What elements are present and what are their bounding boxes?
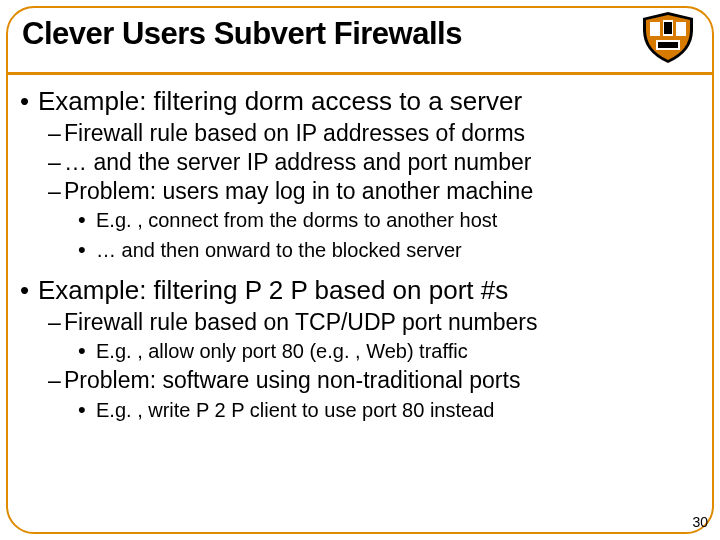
dot-icon: •: [78, 205, 96, 235]
bullet-level2: –Firewall rule based on TCP/UDP port num…: [48, 308, 700, 337]
bullet-text: … and the server IP address and port num…: [64, 149, 532, 175]
dash-icon: –: [48, 177, 64, 206]
bullet-level2: –Problem: software using non-traditional…: [48, 366, 700, 395]
bullet-text: E.g. , connect from the dorms to another…: [96, 209, 497, 231]
bullet-text: E.g. , write P 2 P client to use port 80…: [96, 399, 494, 421]
bullet-text: Problem: software using non-traditional …: [64, 367, 520, 393]
bullet-text: Example: filtering dorm access to a serv…: [38, 86, 522, 116]
dash-icon: –: [48, 308, 64, 337]
dot-icon: •: [78, 235, 96, 265]
bullet-text: Example: filtering P 2 P based on port #…: [38, 275, 508, 305]
bullet-text: … and then onward to the blocked server: [96, 239, 462, 261]
dot-icon: •: [78, 395, 96, 425]
bullet-level1: •Example: filtering dorm access to a ser…: [20, 86, 700, 117]
title-underline: [8, 72, 712, 75]
university-crest-icon: [638, 10, 698, 65]
slide-title: Clever Users Subvert Firewalls: [22, 16, 698, 52]
bullet-level3: •E.g. , connect from the dorms to anothe…: [78, 205, 700, 235]
dash-icon: –: [48, 148, 64, 177]
bullet-text: E.g. , allow only port 80 (e.g. , Web) t…: [96, 340, 468, 362]
svg-rect-1: [658, 42, 678, 48]
bullet-level1: •Example: filtering P 2 P based on port …: [20, 275, 700, 306]
bullet-level3: •E.g. , write P 2 P client to use port 8…: [78, 395, 700, 425]
bullet-level2: –Problem: users may log in to another ma…: [48, 177, 700, 206]
bullet-icon: •: [20, 275, 38, 306]
bullet-text: Firewall rule based on TCP/UDP port numb…: [64, 309, 537, 335]
bullet-level3: •… and then onward to the blocked server: [78, 235, 700, 265]
page-number: 30: [692, 514, 708, 530]
bullet-text: Problem: users may log in to another mac…: [64, 178, 533, 204]
bullet-level2: –… and the server IP address and port nu…: [48, 148, 700, 177]
title-bar: Clever Users Subvert Firewalls: [0, 12, 720, 60]
slide-content: •Example: filtering dorm access to a ser…: [20, 84, 700, 425]
bullet-icon: •: [20, 86, 38, 117]
bullet-level2: –Firewall rule based on IP addresses of …: [48, 119, 700, 148]
dot-icon: •: [78, 336, 96, 366]
dash-icon: –: [48, 119, 64, 148]
bullet-level3: •E.g. , allow only port 80 (e.g. , Web) …: [78, 336, 700, 366]
dash-icon: –: [48, 366, 64, 395]
bullet-text: Firewall rule based on IP addresses of d…: [64, 120, 525, 146]
